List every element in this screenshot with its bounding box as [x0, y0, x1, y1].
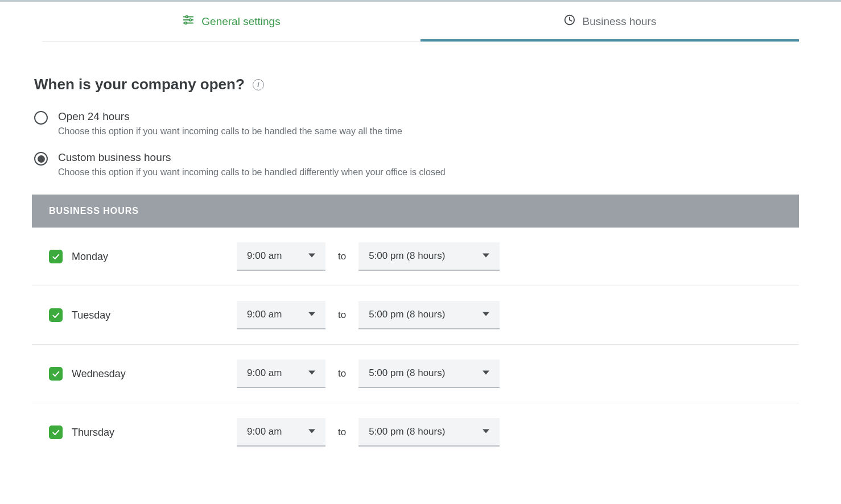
radio-open-24-indicator — [34, 111, 48, 125]
radio-open-24-desc: Choose this option if you want incoming … — [58, 126, 402, 137]
svg-marker-12 — [483, 312, 489, 316]
svg-marker-9 — [308, 253, 315, 257]
svg-marker-16 — [483, 429, 489, 433]
clock-icon — [563, 14, 576, 29]
tab-business-hours[interactable]: Business hours — [420, 2, 799, 41]
tab-business-hours-label: Business hours — [583, 15, 657, 28]
end-time-select[interactable]: 5:00 pm (8 hours) — [358, 360, 500, 388]
day-checkbox[interactable] — [49, 250, 63, 263]
sliders-icon — [182, 14, 195, 29]
end-time-value: 5:00 pm (8 hours) — [369, 367, 445, 379]
to-label: to — [338, 309, 346, 321]
day-label: Thursday — [72, 427, 237, 439]
radio-open-24-hours[interactable]: Open 24 hours Choose this option if you … — [34, 110, 799, 137]
day-checkbox[interactable] — [49, 425, 63, 439]
chevron-down-icon — [308, 250, 315, 262]
svg-line-8 — [570, 20, 572, 21]
day-label: Tuesday — [72, 309, 237, 321]
svg-marker-11 — [308, 312, 315, 316]
radio-custom-hours[interactable]: Custom business hours Choose this option… — [34, 151, 799, 177]
tab-general-label: General settings — [201, 15, 280, 28]
panel-header: BUSINESS HOURS — [32, 195, 799, 228]
content-area: When is your company open? i Open 24 hou… — [0, 42, 841, 461]
radio-open-24-text: Open 24 hours Choose this option if you … — [58, 110, 402, 137]
hours-row: Thursday 9:00 am to 5:00 pm (8 hours) — [32, 403, 799, 461]
end-time-select[interactable]: 5:00 pm (8 hours) — [358, 418, 500, 447]
end-time-select[interactable]: 5:00 pm (8 hours) — [358, 301, 500, 329]
hours-row: Wednesday 9:00 am to 5:00 pm (8 hours) — [32, 345, 799, 403]
radio-custom-label: Custom business hours — [58, 151, 446, 164]
day-checkbox[interactable] — [49, 308, 63, 322]
section-heading-text: When is your company open? — [34, 76, 245, 93]
day-label: Wednesday — [72, 368, 237, 380]
to-label: to — [338, 251, 346, 262]
business-hours-panel: BUSINESS HOURS Monday 9:00 am to 5:00 pm… — [32, 195, 799, 461]
radio-open-24-label: Open 24 hours — [58, 110, 402, 123]
end-time-select[interactable]: 5:00 pm (8 hours) — [358, 242, 500, 271]
svg-point-1 — [186, 16, 188, 18]
end-time-value: 5:00 pm (8 hours) — [369, 309, 445, 320]
end-time-value: 5:00 pm (8 hours) — [369, 426, 445, 437]
business-hours-page: General settings Business hours When is … — [0, 0, 841, 504]
start-time-value: 9:00 am — [247, 367, 282, 379]
svg-marker-10 — [483, 253, 489, 257]
day-checkbox[interactable] — [49, 367, 63, 381]
radio-custom-text: Custom business hours Choose this option… — [58, 151, 446, 177]
chevron-down-icon — [483, 367, 489, 379]
start-time-value: 9:00 am — [247, 426, 282, 437]
section-heading: When is your company open? i — [34, 76, 799, 93]
svg-marker-14 — [483, 370, 489, 374]
chevron-down-icon — [308, 367, 315, 379]
svg-marker-13 — [308, 370, 315, 374]
tab-active-indicator — [420, 39, 799, 42]
to-label: to — [338, 368, 346, 379]
tab-general-settings[interactable]: General settings — [42, 2, 420, 41]
start-time-select[interactable]: 9:00 am — [237, 360, 325, 388]
tab-strip: General settings Business hours — [42, 2, 799, 42]
svg-marker-15 — [308, 429, 315, 433]
start-time-value: 9:00 am — [247, 309, 282, 320]
start-time-value: 9:00 am — [247, 250, 282, 262]
chevron-down-icon — [483, 426, 489, 437]
hours-row: Monday 9:00 am to 5:00 pm (8 hours) — [32, 228, 799, 286]
start-time-select[interactable]: 9:00 am — [237, 242, 325, 271]
chevron-down-icon — [308, 309, 315, 320]
start-time-select[interactable]: 9:00 am — [237, 301, 325, 329]
end-time-value: 5:00 pm (8 hours) — [369, 250, 445, 262]
hours-row: Tuesday 9:00 am to 5:00 pm (8 hours) — [32, 286, 799, 345]
chevron-down-icon — [483, 250, 489, 262]
info-icon[interactable]: i — [253, 79, 264, 90]
start-time-select[interactable]: 9:00 am — [237, 418, 325, 447]
day-label: Monday — [72, 251, 237, 263]
radio-custom-indicator — [34, 152, 48, 166]
radio-custom-desc: Choose this option if you want incoming … — [58, 167, 446, 177]
chevron-down-icon — [483, 309, 489, 320]
chevron-down-icon — [308, 426, 315, 437]
to-label: to — [338, 427, 346, 438]
svg-point-5 — [185, 22, 187, 24]
radio-group-open-type: Open 24 hours Choose this option if you … — [34, 110, 799, 177]
svg-point-3 — [189, 19, 192, 21]
